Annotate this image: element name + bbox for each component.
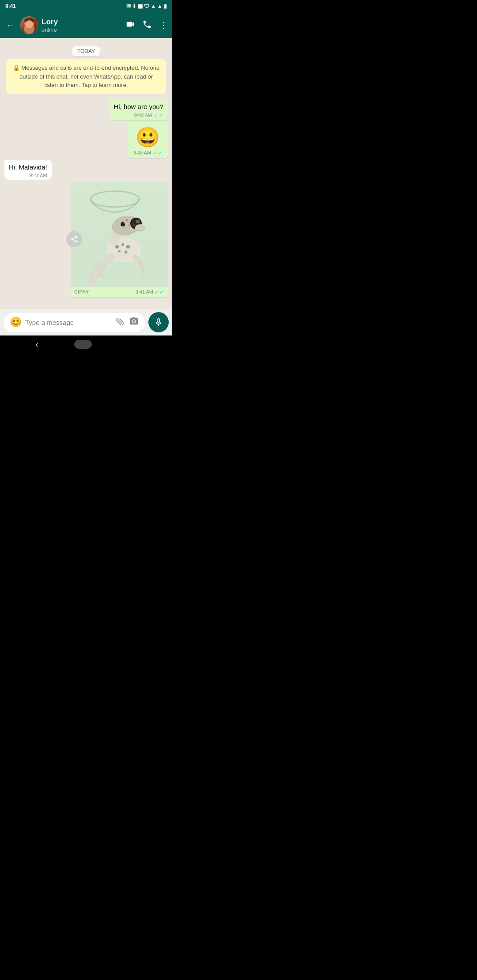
more-options-button[interactable]: ⋮ (159, 20, 168, 30)
image-bubble[interactable]: GIPHY 9:41 AM ✓✓ (71, 181, 168, 298)
read-receipt: ✓✓ (153, 150, 163, 156)
voice-message-button[interactable] (148, 312, 169, 332)
message-time: 9:41 AM (136, 289, 153, 294)
emoji-picker-button[interactable]: 😊 (10, 317, 22, 328)
camera-button[interactable] (129, 317, 139, 328)
date-text: TODAY (72, 46, 100, 56)
status-bar: 9:41 ✉ ⬇ ▣ 🛡 ▲ ▲ ▮ (0, 0, 172, 12)
message-row: GIPHY 9:41 AM ✓✓ (4, 181, 168, 298)
message-row: 😀 9:40 AM ✓✓ (4, 122, 168, 158)
svg-point-4 (25, 20, 33, 28)
call-button[interactable] (142, 19, 152, 31)
incoming-bubble[interactable]: Hi, Malavida! 9:41 AM (4, 160, 52, 180)
encryption-notice[interactable]: 🔒 Messages and calls are end-to-end encr… (6, 59, 166, 94)
image-meta: 9:41 AM ✓✓ (136, 289, 164, 295)
wifi-icon: ▲ (151, 3, 156, 9)
status-time: 9:41 (5, 3, 16, 9)
shield-status-icon: 🛡 (144, 3, 149, 9)
avatar-image (20, 16, 38, 34)
gecko-image (71, 181, 168, 287)
status-icons: ✉ ⬇ ▣ 🛡 ▲ ▲ ▮ (126, 3, 167, 9)
attach-button[interactable] (113, 315, 129, 330)
emoji-content: 😀 (136, 126, 160, 149)
contact-name: Lory (42, 18, 122, 26)
chat-header: ← Lory online (0, 12, 172, 38)
message-time: 9:40 AM (133, 150, 151, 155)
message-text: Hi, Malavida! (9, 162, 47, 172)
svg-rect-27 (71, 181, 168, 287)
image-container: GIPHY 9:41 AM ✓✓ (71, 181, 168, 298)
clock: 9:41 (5, 3, 16, 9)
contact-status: online (42, 26, 122, 33)
back-button[interactable]: ← (4, 19, 17, 32)
avatar[interactable] (20, 16, 38, 34)
system-back-button[interactable]: ‹ (36, 340, 38, 349)
read-receipt: ✓✓ (155, 289, 164, 295)
message-status-icon: ✉ (126, 3, 131, 9)
video-call-button[interactable] (125, 19, 135, 31)
battery-icon: ▮ (164, 3, 167, 9)
image-footer: GIPHY 9:41 AM ✓✓ (71, 287, 168, 298)
message-row: Hi, Malavida! 9:41 AM (4, 160, 168, 180)
message-meta: 9:41 AM (9, 173, 47, 178)
message-input[interactable] (25, 319, 112, 326)
date-badge: TODAY (4, 47, 168, 55)
share-button[interactable] (66, 231, 82, 247)
message-time: 9:41 AM (29, 173, 47, 178)
message-meta: 9:40 AM ✓✓ (133, 150, 163, 156)
read-receipt: ✓✓ (154, 112, 163, 119)
header-actions: ⋮ (125, 19, 168, 31)
chat-area: TODAY 🔒 Messages and calls are end-to-en… (0, 38, 172, 309)
message-meta: 9:40 AM ✓✓ (114, 112, 163, 119)
download-status-icon: ⬇ (132, 3, 136, 9)
outgoing-bubble[interactable]: Hi, how are you? 9:40 AM ✓✓ (109, 99, 168, 121)
encryption-text: 🔒 Messages and calls are end-to-end encr… (13, 64, 160, 88)
message-text: Hi, how are you? (114, 102, 163, 111)
screen-status-icon: ▣ (138, 3, 143, 9)
message-row: Hi, how are you? 9:40 AM ✓✓ (4, 99, 168, 121)
message-time: 9:40 AM (134, 113, 152, 118)
emoji-bubble[interactable]: 😀 9:40 AM ✓✓ (128, 122, 168, 158)
signal-icon: ▲ (157, 3, 163, 9)
message-input-wrapper: 😊 (4, 313, 145, 332)
navigation-bar: ‹ (0, 335, 172, 353)
contact-info[interactable]: Lory online (42, 18, 122, 33)
giphy-label: GIPHY (74, 290, 89, 294)
input-bar: 😊 (0, 309, 172, 335)
system-home-button[interactable] (74, 340, 92, 349)
